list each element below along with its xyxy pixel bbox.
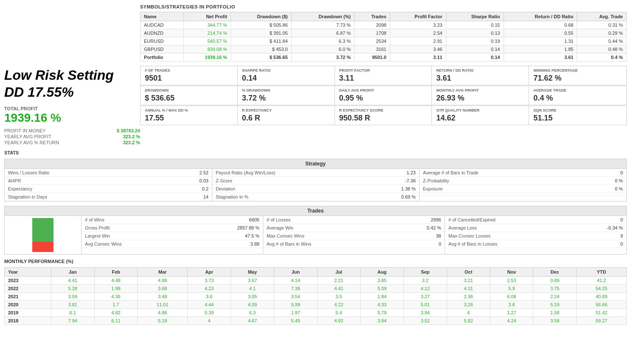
strategy-row: Stagnation in %0.69 % xyxy=(212,193,419,201)
month-cell: 4.23 xyxy=(188,285,231,293)
month-cell: 5.39 xyxy=(188,309,231,317)
month-cell: 51.42 xyxy=(577,309,627,317)
month-cell: 3.54 xyxy=(274,293,317,301)
month-cell: 1.27 xyxy=(490,309,533,317)
month-cell: 3.2 xyxy=(404,277,447,285)
stat-value: 3.72 % xyxy=(242,94,330,103)
trades-row: # of Losses2896 xyxy=(263,216,445,224)
trades-row-label: Largest Win xyxy=(85,233,110,238)
monthly-row: 20213.594.353.483.63.053.543.51.843.272.… xyxy=(5,293,627,301)
trades-row: Max Consec Losses9 xyxy=(445,232,626,240)
month-cell: 2.21 xyxy=(317,277,361,285)
stat-cell: R EXPECTANCY0.6 R xyxy=(238,106,335,125)
strategy-row-value: 1.38 % xyxy=(390,186,416,191)
stat-cell: DAILY AVG PROFIT0.95 % xyxy=(335,86,432,105)
month-cell: 4.41 xyxy=(317,285,361,293)
portfolio-table: Name Net Profit Drawdown ($) Drawdown (%… xyxy=(140,12,627,62)
year-cell: 2022 xyxy=(5,285,51,293)
stat-label: RETURN / DD RATIO xyxy=(436,68,524,73)
monthly-row: 20203.811.711.014.444.095.994.224.335.01… xyxy=(5,301,627,309)
stat-value: 17.55 xyxy=(145,114,233,123)
monthly-table: YearJanFebMarAprMayJunJulAugSepOctNovDec… xyxy=(4,267,627,325)
year-cell: 2018 xyxy=(5,317,51,325)
total-profit-label: TOTAL PROFIT xyxy=(4,106,140,111)
strategy-row: Wins / Losses Ratio2.52 xyxy=(5,169,212,177)
month-cell: 1.58 xyxy=(533,309,577,317)
total-profit-value: 1939.16 % xyxy=(4,111,140,125)
monthly-title: MONTHLY PERFORMANCE (%) xyxy=(4,259,627,264)
year-cell: 2023 xyxy=(5,277,51,285)
month-cell: 5.82 xyxy=(447,317,490,325)
strategy-row: Exposure0 % xyxy=(420,185,626,193)
monthly-col-header: Feb xyxy=(94,268,138,277)
month-cell: 5.45 xyxy=(274,317,317,325)
month-cell: 3.67 xyxy=(231,277,274,285)
trades-row-label: # of Wins xyxy=(85,217,104,222)
monthly-row: 20234.414.484.883.733.674.142.213.853.23… xyxy=(5,277,627,285)
trades-row-label: Average Win xyxy=(267,225,293,230)
month-cell: 1.7 xyxy=(94,301,138,309)
trades-row-label: Avg Consec Wins xyxy=(85,241,122,246)
monthly-col-header: Sep xyxy=(404,268,447,277)
month-cell: 0.89 xyxy=(533,277,577,285)
month-cell: 3.85 xyxy=(361,277,404,285)
col-drawdown-usd: Drawdown ($) xyxy=(231,12,291,21)
month-cell: 5.4 xyxy=(317,309,361,317)
trades-col: # of Losses2896Average Win0.42 %Max Cons… xyxy=(263,216,445,254)
trades-row-value: 9 xyxy=(620,233,623,238)
yearly-return-label: YEARLY AVG % RETURN xyxy=(4,140,59,145)
monthly-col-header: Nov xyxy=(490,268,533,277)
strategy-row-value: 0.69 % xyxy=(390,194,416,199)
yearly-avg-row: YEARLY AVG PROFIT 323.2 % xyxy=(4,134,140,139)
stat-label: % DRAWDOWN xyxy=(242,88,330,92)
trades-row-value: 0.42 % xyxy=(427,225,441,230)
strategy-row-value: 0 % xyxy=(597,178,623,183)
month-cell: 3.26 xyxy=(447,301,490,309)
stat-value: 51.15 xyxy=(533,114,622,123)
trades-row-label: Avg # of Bars in Losses xyxy=(448,241,497,246)
month-cell: 2.24 xyxy=(533,293,577,301)
stat-label: PROFIT FACTOR xyxy=(339,68,428,73)
trades-row-value: 47.5 % xyxy=(245,233,259,238)
stat-label: R EXPECTANCY xyxy=(242,108,330,112)
strategy-row-value: 0.03 xyxy=(183,178,208,183)
trades-row-value: 3.88 xyxy=(251,241,259,246)
strategy-row-label: Payout Ratio (Avg Win/Loss) xyxy=(216,170,275,175)
stat-cell: DRAWDOWN$ 536.65 xyxy=(141,86,238,105)
main-area: Low Risk Setting DD 17.55% TOTAL PROFIT … xyxy=(4,66,627,146)
strategy-row-label: Z-Probability xyxy=(423,178,449,183)
yearly-return-value: 323.2 % xyxy=(123,140,140,145)
stat-label: DRAWDOWN xyxy=(145,88,233,92)
strategy-row-label: Average # of Bars in Trade xyxy=(423,170,479,175)
trades-row-value: 38 xyxy=(436,233,441,238)
month-cell: 3.5 xyxy=(317,293,361,301)
trades-row-label: Avg # of Bars in Wins xyxy=(267,241,311,246)
trades-row: Avg # of Bars in Losses0 xyxy=(445,240,626,248)
monthly-row: 20225.281.993.684.234.17.384.415.094.124… xyxy=(5,285,627,293)
strategy-row: Z-Probability0 % xyxy=(420,177,626,185)
strategy-row-label: AHPR xyxy=(8,178,21,183)
month-cell: 6.11 xyxy=(94,317,138,325)
col-avg-trade: Avg. Trade xyxy=(577,12,627,21)
portfolio-title: SYMBOLS/STRATEGIES IN PORTFOLIO xyxy=(140,4,627,9)
month-cell: 4.67 xyxy=(231,317,274,325)
strategy-row-value: 0 % xyxy=(597,186,623,191)
month-cell: 5.09 xyxy=(361,285,404,293)
stats-section-title: STATS xyxy=(4,150,627,155)
stat-label: DAILY AVG PROFIT xyxy=(339,88,428,92)
stat-value: 9501 xyxy=(145,74,233,83)
strategy-row-value: 14 xyxy=(183,194,208,199)
trades-row-value: 6805 xyxy=(249,217,259,222)
monthly-col-header: Jan xyxy=(51,268,94,277)
monthly-section: MONTHLY PERFORMANCE (%) YearJanFebMarApr… xyxy=(4,259,627,325)
month-cell: 7.94 xyxy=(51,317,94,325)
year-cell: 2019 xyxy=(5,309,51,317)
stat-cell: ANNUAL % / MAX DD %17.55 xyxy=(141,106,238,125)
monthly-col-header: Oct xyxy=(447,268,490,277)
month-cell: 4 xyxy=(188,317,231,325)
col-name: Name xyxy=(141,12,184,21)
stat-cell: WINNING PERCENTAGE71.62 % xyxy=(529,66,626,85)
yearly-avg-value: 323.2 % xyxy=(123,134,140,139)
trades-row-label: Gross Profit xyxy=(85,225,110,230)
strategy-col: Average # of Bars in Trade0Z-Probability… xyxy=(419,169,626,201)
